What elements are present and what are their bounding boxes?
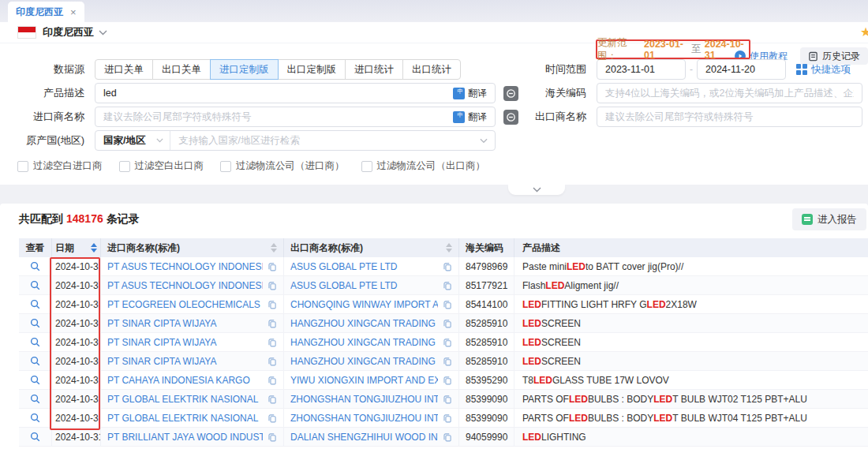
quick-options-button[interactable]: 快捷选项 xyxy=(796,63,851,77)
exporter-link[interactable]: ASUS GLOBAL PTE LTD xyxy=(290,261,438,272)
sort-caret-icon[interactable] xyxy=(91,243,97,253)
copy-icon[interactable] xyxy=(268,395,277,404)
match-mode-icon[interactable] xyxy=(503,110,518,125)
star-icon[interactable]: ★ xyxy=(860,24,868,39)
tab-indonesia[interactable]: 印度尼西亚 × xyxy=(8,2,84,22)
origin-field[interactable]: 国家/地区 xyxy=(95,130,496,151)
importer-link[interactable]: PT ASUS TECHNOLOGY INDONESIA BA... xyxy=(107,280,263,291)
exporter-input[interactable] xyxy=(597,107,862,126)
chevron-down-icon[interactable] xyxy=(99,30,107,36)
data-source-tab[interactable]: 出口关单 xyxy=(152,59,211,80)
start-date-field[interactable] xyxy=(597,59,686,80)
chevron-down-icon[interactable] xyxy=(480,138,488,144)
view-cell[interactable] xyxy=(19,409,52,427)
copy-icon[interactable] xyxy=(268,319,277,328)
data-source-tab[interactable]: 进口定制版 xyxy=(210,59,279,80)
copy-icon[interactable] xyxy=(268,300,277,309)
copy-icon[interactable] xyxy=(268,281,277,290)
enter-report-button[interactable]: 进入报告 xyxy=(792,208,866,230)
copy-icon[interactable] xyxy=(443,376,452,385)
copy-icon[interactable] xyxy=(443,357,452,366)
filter-item[interactable]: 过滤物流公司（进口商） xyxy=(220,159,345,173)
exporter-link[interactable]: ASUS GLOBAL PTE LTD xyxy=(290,280,438,291)
view-magnifier-icon[interactable] xyxy=(30,432,40,442)
importer-link[interactable]: PT CAHAYA INDONESIA KARGO xyxy=(107,375,263,386)
origin-search-input[interactable] xyxy=(170,131,480,150)
data-source-tab[interactable]: 出口定制版 xyxy=(278,59,346,80)
copy-icon[interactable] xyxy=(443,300,452,309)
exporter-link[interactable]: HANGZHOU XINGCAN TRADING CO LTD xyxy=(290,318,438,329)
match-mode-icon[interactable] xyxy=(503,86,518,101)
importer-link[interactable]: PT GLOBAL ELEKTRIK NASIONAL xyxy=(107,413,263,424)
view-magnifier-icon[interactable] xyxy=(30,375,40,385)
importer-link[interactable]: PT SINAR CIPTA WIJAYA xyxy=(107,318,263,329)
copy-icon[interactable] xyxy=(443,319,452,328)
copy-icon[interactable] xyxy=(268,262,277,271)
exporter-link[interactable]: CHONGQING WINWAY IMPORT AND E... xyxy=(290,299,438,310)
hs-code-input[interactable] xyxy=(597,84,862,103)
hs-code-field[interactable] xyxy=(597,83,862,103)
importer-link[interactable]: PT GLOBAL ELEKTRIK NASIONAL xyxy=(107,394,263,405)
view-cell[interactable] xyxy=(19,257,52,275)
view-cell[interactable] xyxy=(19,276,52,294)
data-source-tab[interactable]: 进口关单 xyxy=(95,59,153,80)
copy-icon[interactable] xyxy=(268,338,277,347)
copy-icon[interactable] xyxy=(268,432,277,442)
importer-link[interactable]: PT SINAR CIPTA WIJAYA xyxy=(107,337,263,348)
view-cell[interactable] xyxy=(19,333,52,351)
importer-field[interactable]: 中A 翻译 xyxy=(95,107,496,127)
importer-link[interactable]: PT ECOGREEN OLEOCHEMICALS xyxy=(107,299,263,310)
filter-item[interactable]: 过滤空白进口商 xyxy=(17,159,103,173)
view-cell[interactable] xyxy=(19,295,52,313)
copy-icon[interactable] xyxy=(443,395,452,404)
copy-icon[interactable] xyxy=(443,338,452,347)
column-header[interactable]: 日期 xyxy=(52,238,101,257)
column-header[interactable]: 进口商名称(标准) xyxy=(101,238,284,257)
exporter-link[interactable]: HANGZHOU XINGCAN TRADING CO LTD xyxy=(290,337,438,348)
sort-caret-icon[interactable] xyxy=(271,243,277,253)
importer-link[interactable]: PT ASUS TECHNOLOGY INDONESIA BA... xyxy=(107,261,263,272)
end-date-input[interactable] xyxy=(698,60,786,79)
view-magnifier-icon[interactable] xyxy=(30,299,40,309)
view-cell[interactable] xyxy=(19,352,52,370)
copy-icon[interactable] xyxy=(443,262,452,271)
checkbox-icon[interactable] xyxy=(119,161,130,172)
copy-icon[interactable] xyxy=(443,281,452,290)
product-desc-field[interactable]: 中A 翻译 xyxy=(95,83,496,103)
data-source-tab[interactable]: 进口统计 xyxy=(345,59,403,80)
copy-icon[interactable] xyxy=(268,413,277,423)
exporter-link[interactable]: HANGZHOU XINGCAN TRADING CO LTD xyxy=(290,356,438,367)
view-magnifier-icon[interactable] xyxy=(30,318,40,328)
view-cell[interactable] xyxy=(19,428,52,446)
checkbox-icon[interactable] xyxy=(361,161,372,172)
column-header[interactable]: 出口商名称(标准) xyxy=(284,238,459,257)
copy-icon[interactable] xyxy=(268,357,277,366)
view-cell[interactable] xyxy=(19,371,52,389)
translate-button[interactable]: 中A 翻译 xyxy=(448,110,495,124)
checkbox-icon[interactable] xyxy=(17,161,28,172)
view-magnifier-icon[interactable] xyxy=(30,394,40,404)
country-name[interactable]: 印度尼西亚 xyxy=(43,25,94,39)
view-magnifier-icon[interactable] xyxy=(30,261,40,271)
view-magnifier-icon[interactable] xyxy=(30,413,40,423)
copy-icon[interactable] xyxy=(443,413,452,423)
close-icon[interactable]: × xyxy=(70,7,77,17)
filter-item[interactable]: 过滤空白出口商 xyxy=(119,159,204,173)
sort-caret-icon[interactable] xyxy=(446,243,452,253)
translate-button[interactable]: 中A 翻译 xyxy=(448,87,495,100)
view-magnifier-icon[interactable] xyxy=(30,356,40,366)
view-cell[interactable] xyxy=(19,390,52,408)
exporter-link[interactable]: ZHONGSHAN TONGJIUZHOU INTERNA... xyxy=(290,394,438,405)
copy-icon[interactable] xyxy=(268,376,277,385)
collapse-form-button[interactable] xyxy=(508,185,565,195)
view-magnifier-icon[interactable] xyxy=(30,337,40,347)
exporter-link[interactable]: DALIAN SHENGZHIHUI WOOD INDUST... xyxy=(290,432,438,443)
view-magnifier-icon[interactable] xyxy=(30,280,40,290)
importer-link[interactable]: PT BRILLIANT JAYA WOOD INDUSTRY xyxy=(107,432,263,443)
start-date-input[interactable] xyxy=(597,60,686,79)
exporter-field[interactable] xyxy=(597,107,862,127)
view-cell[interactable] xyxy=(19,314,52,332)
origin-type-select[interactable]: 国家/地区 xyxy=(95,131,170,150)
filter-item[interactable]: 过滤物流公司（出口商） xyxy=(361,159,486,173)
exporter-link[interactable]: ZHONGSHAN TONGJIUZHOU INTERNA... xyxy=(290,413,438,424)
